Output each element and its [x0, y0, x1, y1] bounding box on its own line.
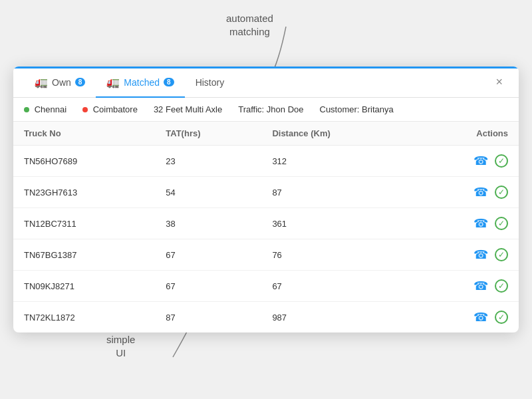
to-dot	[82, 107, 88, 112]
call-icon[interactable]: ☎	[473, 216, 488, 231]
modal: 🚛 Own 8 🚛 Matched 8 History × Chennai Co…	[13, 66, 519, 332]
cell-actions: ☎ ✓	[412, 271, 519, 302]
filter-truck-type: 32 Feet Multi Axle	[154, 104, 222, 114]
call-icon[interactable]: ☎	[473, 279, 488, 293]
from-dot	[24, 107, 29, 112]
approve-icon[interactable]: ✓	[495, 154, 508, 168]
cell-truck-no: TN67BG1387	[13, 239, 155, 271]
cell-tat: 23	[155, 146, 261, 177]
table-row: TN09KJ8271 67 67 ☎ ✓	[13, 271, 519, 302]
own-truck-icon: 🚛	[35, 76, 48, 88]
cell-tat: 67	[155, 271, 261, 302]
call-icon[interactable]: ☎	[473, 154, 488, 168]
trucks-table: Truck No TAT(hrs) Distance (Km) Actions …	[13, 122, 519, 332]
table-row: TN12BC7311 38 361 ☎ ✓	[13, 208, 519, 239]
call-icon[interactable]: ☎	[473, 185, 488, 200]
cell-actions: ☎ ✓	[412, 146, 519, 177]
tab-own[interactable]: 🚛 Own 8	[24, 66, 96, 98]
cell-truck-no: TN56HO7689	[13, 146, 155, 177]
cell-tat: 38	[155, 208, 261, 239]
filters-bar: Chennai Coimbatore 32 Feet Multi Axle Tr…	[13, 98, 519, 122]
approve-icon[interactable]: ✓	[495, 217, 508, 230]
cell-truck-no: TN09KJ8271	[13, 271, 155, 302]
table-row: TN23GH7613 54 87 ☎ ✓	[13, 177, 519, 208]
annotation-top: automatedmatching	[226, 12, 273, 38]
filter-to: Coimbatore	[82, 104, 138, 114]
approve-icon[interactable]: ✓	[495, 279, 508, 293]
cell-actions: ☎ ✓	[412, 239, 519, 271]
cell-truck-no: TN12BC7311	[13, 208, 155, 239]
col-actions: Actions	[412, 122, 519, 146]
call-icon[interactable]: ☎	[473, 247, 488, 262]
tab-own-label: Own	[52, 77, 71, 88]
cell-distance: 67	[261, 271, 412, 302]
cell-distance: 361	[261, 208, 412, 239]
table-row: TN56HO7689 23 312 ☎ ✓	[13, 146, 519, 177]
tab-matched-badge: 8	[164, 78, 174, 86]
table-row: TN67BG1387 67 76 ☎ ✓	[13, 239, 519, 271]
cell-tat: 54	[155, 177, 261, 208]
filter-traffic: Traffic: Jhon Doe	[238, 104, 303, 114]
tab-matched[interactable]: 🚛 Matched 8	[96, 66, 184, 98]
cell-distance: 312	[261, 146, 412, 177]
cell-truck-no: TN72KL1872	[13, 302, 155, 333]
cell-actions: ☎ ✓	[412, 177, 519, 208]
table-body: TN56HO7689 23 312 ☎ ✓ TN23GH7613 54 87 ☎…	[13, 146, 519, 333]
table-row: TN72KL1872 87 987 ☎ ✓	[13, 302, 519, 333]
cell-actions: ☎ ✓	[412, 302, 519, 333]
col-distance: Distance (Km)	[261, 122, 412, 146]
approve-icon[interactable]: ✓	[495, 248, 508, 261]
cell-tat: 67	[155, 239, 261, 271]
tab-own-badge: 8	[75, 78, 86, 86]
cell-tat: 87	[155, 302, 261, 333]
cell-actions: ☎ ✓	[412, 208, 519, 239]
col-truck-no: Truck No	[13, 122, 155, 146]
table-wrap: Truck No TAT(hrs) Distance (Km) Actions …	[13, 122, 519, 332]
approve-icon[interactable]: ✓	[495, 186, 508, 199]
table-header: Truck No TAT(hrs) Distance (Km) Actions	[13, 122, 519, 146]
annotation-bottom: simpleUI	[106, 333, 135, 359]
col-tat: TAT(hrs)	[155, 122, 261, 146]
matched-truck-icon: 🚛	[106, 76, 120, 88]
cell-distance: 987	[261, 302, 412, 333]
tab-bar: 🚛 Own 8 🚛 Matched 8 History ×	[13, 66, 519, 98]
approve-icon[interactable]: ✓	[495, 311, 508, 324]
filter-from: Chennai	[24, 104, 66, 114]
tab-history-label: History	[196, 77, 225, 88]
tab-matched-label: Matched	[124, 77, 160, 88]
filter-customer: Customer: Britanya	[320, 104, 394, 114]
close-button[interactable]: ×	[490, 70, 508, 94]
cell-truck-no: TN23GH7613	[13, 177, 155, 208]
call-icon[interactable]: ☎	[473, 310, 488, 325]
tab-history[interactable]: History	[185, 68, 235, 97]
cell-distance: 76	[261, 239, 412, 271]
cell-distance: 87	[261, 177, 412, 208]
